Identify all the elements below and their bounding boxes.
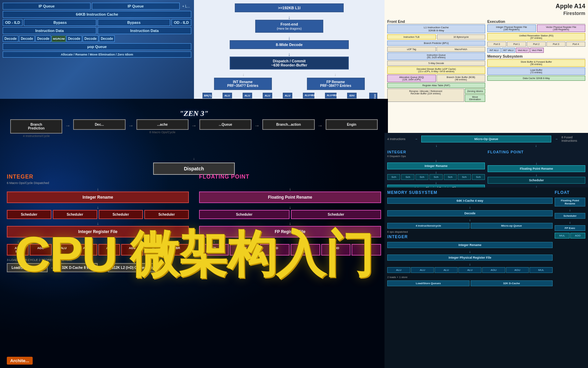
apple-port4: Port 4 (566, 42, 585, 47)
fp-rename-box: Floating Point Rename (199, 191, 381, 203)
intel-cpu-diagram: IP Queue IP Queue + L... 64KB Instructio… (0, 0, 194, 101)
instruction-data-right: Instruction Data (98, 27, 191, 34)
od-ild-right: OD - ILD (172, 19, 191, 26)
br2-alu-4: ALU (458, 267, 481, 273)
alu-3: ALU (263, 93, 272, 98)
br2-mul: MUL (529, 267, 553, 273)
br2-fp-rename: Floating Point Rename (555, 198, 585, 206)
br-fp-title: FLOATING POINT (488, 150, 585, 154)
alu-1: ALU (223, 93, 232, 98)
br2-int-rename: Integer Rename (387, 242, 553, 248)
apple-alloc-queue: Allocation Queue (IDQ)(128, 2x64 uOPs) (387, 75, 436, 82)
arrow-1: ↓ (197, 15, 381, 20)
br2-fp-exec-label: FP Exec (555, 225, 585, 231)
apple-data-cache: Data Cache 32KiB 8-Way (487, 76, 585, 81)
apple-uop-tag: uOP Tag (387, 47, 436, 52)
apple-front-end-title: Front End (387, 19, 485, 24)
br-int-arrow-1: ↓ (387, 159, 485, 163)
stage-opcache: ...ache 8 Macro Ops/Cycle (136, 119, 189, 134)
br-int-arrow-2: ↓ (387, 170, 485, 174)
br-fp-arrow-2: ↓ (488, 173, 585, 177)
int-scheduler-2: Scheduler (53, 210, 97, 219)
apple-decode: 5-Way Decode (387, 61, 485, 66)
idiv: IDIV (347, 93, 357, 98)
br-unit: BR(?) (202, 93, 212, 98)
dispatch-box: Dispatch (153, 163, 235, 175)
frontend-box: Front-end(Here be dragons) (255, 20, 323, 33)
arrow-stage-4: → (254, 119, 260, 129)
stage-decode-box: Dec... (73, 119, 125, 130)
arrow-stage-2: → (128, 119, 134, 129)
ip-queue-left: IP Queue (3, 3, 91, 10)
br2-fp-arrow: ↓ (555, 208, 585, 212)
br2-decode-micro-row: 4 instructions/cycle Micro-op Queue (387, 223, 553, 229)
br2-alu-1: ALU (387, 267, 410, 273)
br2-fetch-rate: 4 instructions/cycle (387, 223, 470, 229)
br2-int-title: INTEGER (387, 234, 553, 239)
decode-6: Decode (99, 35, 115, 42)
apple-load-buf: Load Buffer(72 entries) (487, 67, 585, 75)
br-sch-4: Sch (429, 174, 442, 180)
apple-rob-cache: Decoded Stream Buffer (uOP Cache)(13.x u… (387, 66, 485, 74)
apple-int-alu: INT ALU (487, 48, 501, 53)
br2-fp-title: Float (555, 190, 585, 195)
decode-4: Decode (66, 35, 82, 42)
l1i-cache-box: >=192KB L1I (235, 3, 344, 12)
br-schedulers-row: Sch Sch Sch Sch Sch Sch Sch (387, 174, 485, 180)
br-integer-title: INTEGER (387, 150, 485, 154)
stage-engine: Engin (326, 119, 378, 130)
zen3-header: "ZEN 3" (180, 109, 209, 118)
decode-2: Decode (19, 35, 35, 42)
integer-arrow-1: ↓ (7, 187, 189, 191)
br2-arrow-2: ↓ (387, 218, 553, 222)
fp-rename-box: FP RenamePRF~384?? Entries (307, 78, 365, 90)
br2-icache: 64K I-Cache 4 way (387, 198, 553, 204)
apple-port1: Port 1 (507, 42, 526, 47)
arrow-stage-5: → (317, 119, 323, 129)
br-dispatch-ops: 6 Dispatch Ops (387, 155, 485, 158)
br2-arrow-3: ↓ (387, 250, 553, 254)
br-int-arrow-3: ↓ (387, 181, 485, 185)
br-arrow-top-2: → (554, 137, 559, 141)
stage-uop-queue: ...Queue (199, 119, 251, 130)
int-rename-box: INT RenamePRF~354?? Entries (214, 78, 272, 90)
arch-label: Archite... (7, 357, 33, 365)
br-fp-scheduler: Scheduler (488, 177, 585, 184)
apple-port0: Port 0 (487, 42, 506, 47)
br-int-rename: Integer Rename (387, 163, 485, 169)
apple-bpu: Branch Predictor (BPU) (387, 41, 485, 46)
br-sch-5: Sch (444, 174, 457, 180)
br-8-fused: 8 Fused Instructions (561, 136, 585, 142)
arrow-3: ↓ (197, 52, 381, 57)
br-arr-2: ↓ (487, 144, 586, 148)
micro-op-queue-box: Micro-Op Queue (421, 136, 551, 142)
apple-vect-alu: Vect ALU (516, 48, 529, 53)
instruction-cache: 64KB Instruction Cache (3, 11, 191, 18)
apple-exec-title: Execution (487, 19, 585, 24)
decode-5: Decode (83, 35, 98, 42)
main-screen: IP Queue IP Queue + L... 64KB Instructio… (0, 0, 588, 368)
apple-fetch-rate: 16 Bytes/cycle (437, 34, 486, 40)
alu-4: ALU (283, 93, 292, 98)
micro-op-row: 4 Instructions → Micro-Op Queue → 8 Fuse… (387, 136, 585, 142)
br2-left: Memory Subsystem 64K I-Cache 4 way ↓ Dec… (387, 190, 553, 365)
fp-arrow-2: ↓ (199, 205, 381, 210)
stage-branch-pred: BranchPrediction 4 Instructions/Cycle (10, 119, 62, 138)
br2-int-prf: Integer Physical Register File (387, 255, 553, 261)
decode-1: Decode (3, 35, 18, 42)
br2-decode: Decode (387, 210, 553, 216)
br-fp-rename: Floating Point Rename (488, 165, 585, 172)
br2-fp-exec: MUL ADD (555, 233, 585, 239)
fp-sub (199, 181, 381, 185)
apple-mem-title: Memory Subsystem (487, 54, 585, 59)
apple-vect-fma: Vect FMA (530, 48, 544, 53)
apple-macro-fetch: MacroFetch (437, 47, 485, 52)
apple-port2: Port 2 (527, 42, 546, 47)
pipeline-stages-row: BranchPrediction 4 Instructions/Cycle → … (0, 119, 388, 138)
br-sch-7: Sch (472, 174, 485, 180)
od-ild-left: OD - ILD (3, 19, 22, 26)
br-arrow-top: → (414, 137, 419, 141)
msrom: MSROM (52, 36, 66, 42)
uop-queue: μop Queue (3, 43, 191, 50)
apple-int-prf: Integer Physical Register File(180 Regis… (487, 25, 536, 32)
